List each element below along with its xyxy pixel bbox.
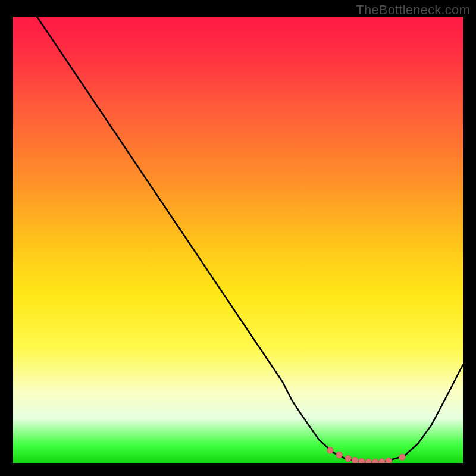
minimum-band-dots xyxy=(327,447,405,463)
minimum-dot xyxy=(345,455,351,461)
minimum-dot xyxy=(379,459,385,463)
curve-layer xyxy=(13,17,463,463)
chart-frame: TheBottleneck.com xyxy=(0,0,476,476)
plot-area xyxy=(13,17,463,463)
minimum-dot xyxy=(327,447,333,453)
minimum-dot xyxy=(359,458,365,463)
minimum-dot xyxy=(399,454,405,460)
minimum-dot xyxy=(352,457,358,463)
minimum-dot xyxy=(365,459,371,463)
minimum-dot xyxy=(386,458,392,463)
bottleneck-curve xyxy=(37,17,463,462)
minimum-dot xyxy=(372,459,378,463)
watermark-text: TheBottleneck.com xyxy=(356,2,470,18)
minimum-dot xyxy=(336,452,342,458)
